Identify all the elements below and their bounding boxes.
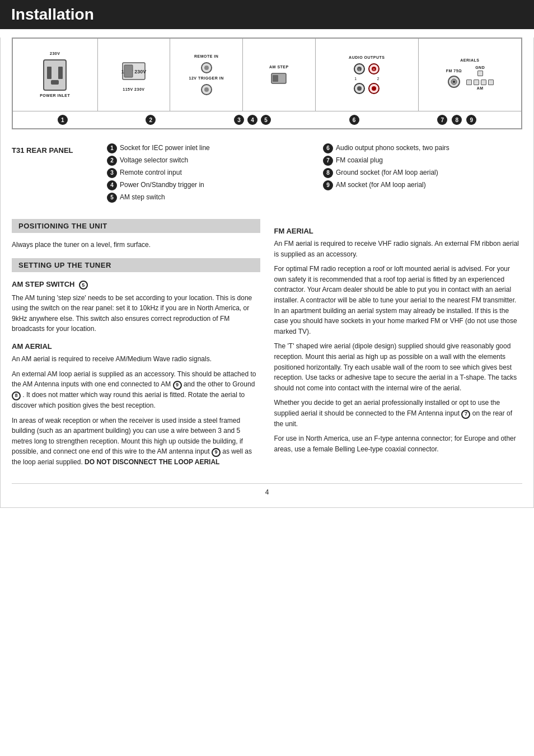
panel-item-4: 4 Power On/Standby trigger in	[107, 180, 306, 190]
panel-lists: 1 Socket for IEC power inlet line 2 Volt…	[107, 143, 522, 205]
badge-7: 7	[323, 156, 333, 166]
svg-text:R: R	[373, 68, 376, 71]
voltage-top-label: 230V	[50, 52, 60, 55]
panel-title: T31 REAR PANEL	[12, 143, 96, 205]
badge-6: 6	[323, 143, 333, 153]
fm-aerial-para4: Whether you decide to get an aerial prof…	[274, 398, 523, 429]
badge-3: 3	[107, 168, 117, 178]
fm-aerial-heading: FM AERIAL	[274, 227, 523, 235]
audio-pair-1: L R	[353, 63, 380, 75]
gnd-label: GND	[475, 66, 485, 69]
panel-item-1: 1 Socket for IEC power inlet line	[107, 143, 306, 153]
callout-9: 9	[466, 115, 476, 125]
audio-pair-2	[353, 82, 380, 95]
am-terminal-1	[466, 80, 472, 85]
remote-socket-icon	[200, 62, 213, 74]
phono-R2-icon	[368, 82, 380, 95]
svg-rect-12	[273, 75, 278, 82]
panel-item-6: 6 Audio output phono sockets, two pairs	[323, 143, 522, 153]
am-terminal-4	[488, 80, 494, 85]
badge-9a: 9	[173, 381, 182, 390]
badge-9: 9	[323, 180, 333, 190]
am-step-badge: 5	[79, 281, 88, 290]
panel-list-left: 1 Socket for IEC power inlet line 2 Volt…	[107, 143, 306, 205]
badge-8: 8	[323, 168, 333, 178]
badge-2: 2	[107, 156, 117, 166]
am-step-subheading: AM STEP SWITCH 5	[12, 280, 260, 290]
page-header: Installation	[0, 0, 534, 29]
fm-aerial-para2: For optimal FM radio reception a roof or…	[274, 264, 523, 337]
svg-point-22	[372, 86, 376, 91]
callout-4: 4	[247, 115, 257, 125]
svg-rect-1	[47, 67, 51, 79]
amstep-switch-icon	[270, 72, 287, 85]
audio-outputs-segment: AUDIO OUTPUTS L R	[316, 39, 419, 111]
panel-item-8: 8 Ground socket (for AM loop aerial)	[323, 168, 522, 178]
badge-7a: 7	[461, 410, 470, 419]
audio-sub2-label: 2	[377, 77, 379, 81]
callout-5: 5	[261, 115, 271, 125]
panel-item-8-text: Ground socket (for AM loop aerial)	[336, 168, 438, 178]
am-terminal-2	[474, 80, 479, 85]
setting-up-heading: SETTING UP THE TUNER	[12, 258, 260, 272]
callout-3: 3	[234, 115, 244, 125]
panel-item-2: 2 Voltage selector switch	[107, 156, 306, 166]
am-terminal-3	[481, 80, 486, 85]
panel-item-4-text: Power On/Standby trigger in	[120, 180, 204, 190]
callout-8: 8	[452, 115, 462, 125]
fm-aerial-para3: The 'T' shaped wire aerial (dipole desig…	[274, 341, 523, 393]
callout-6: 6	[349, 115, 359, 125]
am-aerial-para2: An external AM loop aerial is supplied a…	[12, 369, 260, 411]
page-content: 230V POWER INLET 115V 230V 115V 230V	[0, 38, 534, 508]
panel-item-1-text: Socket for IEC power inlet line	[120, 143, 210, 153]
phono-L-icon: L	[353, 63, 366, 75]
panel-item-9-text: AM socket (for AM loop aerial)	[336, 180, 426, 190]
amstep-sub-label: AM STEP	[269, 65, 289, 69]
svg-point-8	[204, 66, 209, 70]
panel-list-right: 6 Audio output phono sockets, two pairs …	[323, 143, 522, 205]
power-inlet-label: POWER INLET	[40, 94, 70, 97]
badge-9b: 9	[212, 448, 221, 457]
audio-sub1-label: 1	[354, 77, 357, 81]
svg-text:L: L	[359, 68, 360, 71]
positioning-body: Always place the tuner on a level, firm …	[12, 240, 260, 250]
svg-rect-6	[124, 65, 133, 77]
phono-L2-icon	[353, 82, 366, 95]
callout-1: 1	[58, 115, 68, 125]
callout-7: 7	[437, 115, 447, 125]
svg-point-20	[357, 86, 362, 91]
fm-coax-icon	[447, 75, 461, 88]
panel-item-6-text: Audio output phono sockets, two pairs	[336, 143, 449, 153]
iec-socket-icon	[43, 59, 67, 91]
panel-item-5: 5 AM step switch	[107, 193, 306, 203]
callout-2: 2	[146, 115, 156, 125]
fm-aerial-para1: An FM aerial is required to receive VHF …	[274, 239, 523, 259]
badge-4: 4	[107, 180, 117, 190]
badge-5: 5	[107, 193, 117, 203]
trigger-sub-label: 12V TRIGGER IN	[189, 76, 224, 80]
am-aerial-left-heading: AM AERIAL	[12, 342, 260, 351]
am-aerial-bold-end: DO NOT DISCONNECT THE LOOP AERIAL	[85, 458, 219, 466]
badge-8a: 8	[12, 391, 21, 400]
col-left: POSITIONING THE UNIT Always place the tu…	[12, 219, 260, 472]
audio-outputs-sub-label: AUDIO OUTPUTS	[349, 55, 385, 59]
am-aerial-para1: An AM aerial is required to receive AM/M…	[12, 354, 260, 365]
col-right: FM AERIAL An FM aerial is required to re…	[274, 219, 523, 472]
voltage-label: 115V 230V	[123, 87, 144, 91]
badge-1: 1	[107, 143, 117, 153]
am-step-body: The AM tuning 'step size' needs to be se…	[12, 293, 260, 334]
am-terminal-label: AM	[477, 86, 484, 90]
panel-item-9: 9 AM socket (for AM loop aerial)	[323, 180, 522, 190]
rear-panel-diagram: 230V POWER INLET 115V 230V 115V 230V	[12, 38, 522, 129]
phono-R-icon: R	[368, 63, 380, 75]
remote-sub-label: REMOTE IN	[194, 54, 218, 58]
svg-rect-3	[51, 80, 59, 85]
svg-point-10	[204, 87, 209, 92]
trigger-socket-icon	[200, 83, 213, 96]
aerials-segment: AERIALS FM 75Ω	[419, 39, 521, 111]
diagram-numbers-row: 1 2 3 4 5 6 7 8 9	[13, 111, 521, 128]
fm-aerial-para5: For use in North America, use an F-type …	[274, 433, 523, 454]
panel-item-7: 7 FM coaxial plug	[323, 156, 522, 166]
page-number: 4	[12, 483, 522, 496]
panel-info: T31 REAR PANEL 1 Socket for IEC power in…	[12, 138, 522, 213]
